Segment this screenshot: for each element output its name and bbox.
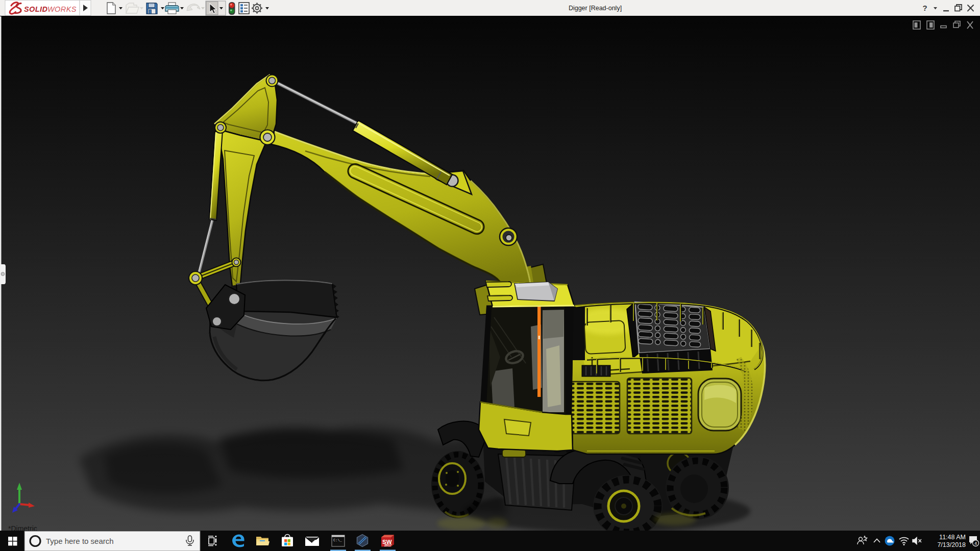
svg-text:7/13/2018: 7/13/2018 [937,541,966,548]
svg-text:WORKS: WORKS [47,5,77,13]
svg-text:SOLID: SOLID [24,5,47,13]
svg-text:2017: 2017 [384,543,392,547]
svg-text:Digger [Read-only]: Digger [Read-only] [569,5,622,12]
svg-text:4: 4 [974,541,977,546]
svg-text:*Dimetric: *Dimetric [8,524,37,531]
svg-text:11:48 AM: 11:48 AM [939,534,966,541]
svg-text:?: ? [922,4,927,12]
svg-text:C:\_: C:\_ [333,538,342,542]
svg-text:Type here to search: Type here to search [46,537,114,545]
